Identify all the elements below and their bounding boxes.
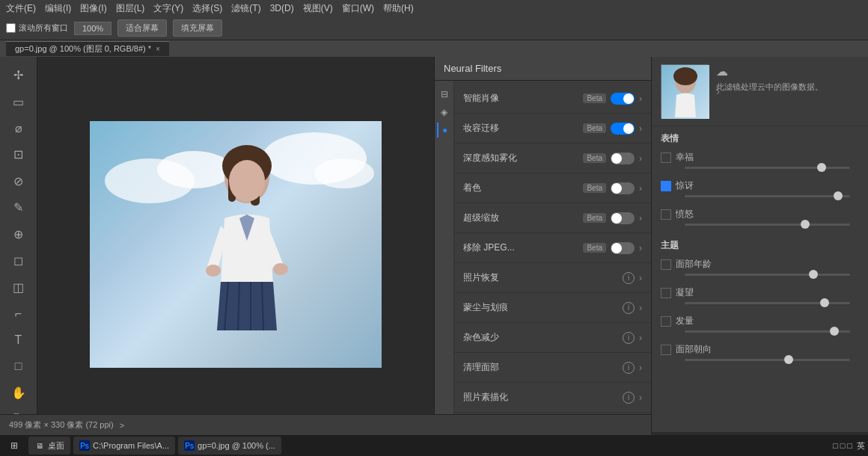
filter-item[interactable]: 照片素描化i› — [454, 383, 651, 413]
filter-item[interactable]: 蒙尘与划痕i› — [454, 293, 651, 323]
subject-checkbox[interactable] — [661, 316, 671, 327]
neural-icon-face[interactable]: ◈ — [437, 105, 452, 120]
tool-select[interactable]: ▭ — [5, 89, 32, 114]
filter-item[interactable]: 智能肖像Beta› — [454, 84, 651, 114]
tool-move[interactable]: ✢ — [5, 63, 32, 87]
tool-crop[interactable]: ⊡ — [5, 142, 32, 167]
scroll-all-windows-checkbox[interactable]: 滚动所有窗口 — [6, 22, 68, 34]
tool-stamp[interactable]: ⊕ — [5, 222, 32, 247]
tool-shape[interactable]: □ — [5, 354, 32, 379]
subject-checkbox[interactable] — [661, 288, 671, 298]
subject-checkbox[interactable] — [661, 259, 671, 270]
document-tab[interactable]: gp=0.jpg @ 100% (图层 0, RGB/8#) * × — [6, 41, 170, 56]
menu-filter[interactable]: 滤镜(T) — [231, 2, 260, 15]
filter-arrow-icon[interactable]: › — [639, 123, 642, 134]
menu-window[interactable]: 窗口(W) — [342, 2, 374, 15]
tool-hand[interactable]: ✋ — [5, 380, 32, 405]
filter-arrow-icon[interactable]: › — [639, 93, 642, 104]
filter-arrow-icon[interactable]: › — [639, 392, 642, 403]
subject-slider-track[interactable] — [685, 302, 850, 304]
menu-image[interactable]: 图像(I) — [80, 2, 106, 15]
preview-thumbnail[interactable]: › — [661, 64, 709, 118]
filter-info-icon[interactable]: i — [623, 392, 635, 404]
tool-gradient[interactable]: ◫ — [5, 274, 32, 299]
filter-info-icon[interactable]: i — [623, 272, 635, 284]
filter-item[interactable]: 移除 JPEG...Beta› — [454, 233, 651, 263]
subject-name: 面部朝向 — [676, 343, 712, 356]
filter-arrow-icon[interactable]: › — [639, 273, 642, 283]
subject-name: 面部年龄 — [676, 258, 712, 271]
subject-slider-track[interactable] — [685, 330, 850, 333]
tool-eyedropper[interactable]: ⊘ — [5, 169, 32, 194]
filter-item[interactable]: 着色Beta› — [454, 173, 651, 203]
emotion-checkbox[interactable] — [661, 181, 671, 191]
menu-help[interactable]: 帮助(H) — [383, 2, 414, 15]
subject-slider-handle[interactable] — [820, 298, 829, 307]
tool-brush[interactable]: ✎ — [5, 195, 32, 220]
subject-slider-handle[interactable] — [830, 327, 839, 336]
slider-track[interactable] — [685, 195, 850, 197]
scroll-all-checkbox-input[interactable] — [6, 23, 16, 33]
filter-item[interactable]: 深度感知雾化Beta› — [454, 144, 651, 173]
fit-screen-button[interactable]: 适合屏幕 — [117, 19, 167, 37]
filter-toggle-switch[interactable] — [611, 212, 635, 224]
menu-select[interactable]: 选择(S) — [192, 2, 222, 15]
zoom-input[interactable] — [74, 22, 111, 35]
subject-slider-handle[interactable] — [809, 270, 818, 279]
filter-toggle-switch[interactable] — [611, 123, 635, 135]
language-indicator[interactable]: 英 — [857, 440, 865, 452]
filter-info-icon[interactable]: i — [623, 332, 635, 344]
tool-lasso[interactable]: ⌀ — [5, 116, 32, 141]
filter-item[interactable]: 清理面部i› — [454, 353, 651, 383]
filter-arrow-icon[interactable]: › — [639, 213, 642, 224]
filter-info-icon[interactable]: i — [623, 362, 635, 374]
taskbar-right: □ □ □ 英 — [833, 440, 865, 452]
filter-info-icon[interactable]: i — [623, 302, 635, 314]
taskbar-item-ps1[interactable]: Ps C:\Program Files\A... — [73, 437, 175, 455]
subject-slider-handle[interactable] — [784, 355, 793, 364]
tool-text[interactable]: T — [5, 327, 32, 352]
menu-file[interactable]: 文件(E) — [6, 2, 36, 15]
tool-eraser[interactable]: ◻ — [5, 248, 32, 273]
filter-toggle-switch[interactable] — [611, 242, 635, 254]
subject-slider-track[interactable] — [685, 359, 850, 361]
filter-toggle-switch[interactable] — [611, 152, 635, 164]
right-settings-panel: › ☁ 此滤镜处理云中的图像数据。 表情 幸福惊讶愤怒 主题 面部年龄凝望发量面… — [651, 57, 868, 432]
slider-track[interactable] — [685, 224, 850, 226]
start-button[interactable]: ⊞ — [3, 437, 25, 455]
taskbar-item-ps2[interactable]: Ps gp=0.jpg @ 100% (... — [178, 437, 281, 455]
status-arrow[interactable]: > — [120, 421, 124, 430]
neural-icon-filter[interactable]: ⊟ — [437, 87, 452, 102]
filter-arrow-icon[interactable]: › — [639, 363, 642, 373]
slider-handle[interactable] — [817, 163, 826, 172]
emotion-checkbox[interactable] — [661, 152, 671, 163]
filter-toggle-switch[interactable] — [611, 182, 635, 194]
slider-track[interactable] — [685, 167, 850, 169]
subject-checkbox[interactable] — [661, 345, 671, 355]
tab-close-button[interactable]: × — [156, 45, 160, 53]
filter-item[interactable]: 妆容迁移Beta› — [454, 114, 651, 144]
filter-arrow-icon[interactable]: › — [639, 153, 642, 164]
menu-text[interactable]: 文字(Y) — [153, 2, 183, 15]
menu-3d[interactable]: 3D(D) — [270, 3, 294, 13]
menu-edit[interactable]: 编辑(I) — [45, 2, 71, 15]
slider-handle[interactable] — [801, 220, 810, 229]
menu-layer[interactable]: 图层(L) — [116, 2, 145, 15]
filter-item[interactable]: 杂色减少i› — [454, 323, 651, 353]
neural-icon-active[interactable]: ● — [437, 123, 452, 138]
filter-arrow-icon[interactable]: › — [639, 183, 642, 194]
tool-pen[interactable]: ⌐ — [5, 301, 32, 326]
filter-arrow-icon[interactable]: › — [639, 243, 642, 253]
filter-toggle-switch[interactable] — [611, 93, 635, 105]
filter-item[interactable]: 超级缩放Beta› — [454, 203, 651, 233]
filter-arrow-icon[interactable]: › — [639, 303, 642, 313]
filter-item[interactable]: 照片恢复i› — [454, 263, 651, 293]
slider-handle[interactable] — [834, 191, 843, 200]
subject-slider-track[interactable] — [685, 274, 850, 276]
filter-arrow-icon[interactable]: › — [639, 333, 642, 343]
preview-arrow[interactable]: › — [716, 85, 720, 97]
fill-screen-button[interactable]: 填充屏幕 — [173, 19, 222, 37]
emotion-checkbox[interactable] — [661, 209, 671, 220]
taskbar-item-desktop[interactable]: 🖥 桌面 — [28, 437, 70, 455]
menu-view[interactable]: 视图(V) — [303, 2, 333, 15]
